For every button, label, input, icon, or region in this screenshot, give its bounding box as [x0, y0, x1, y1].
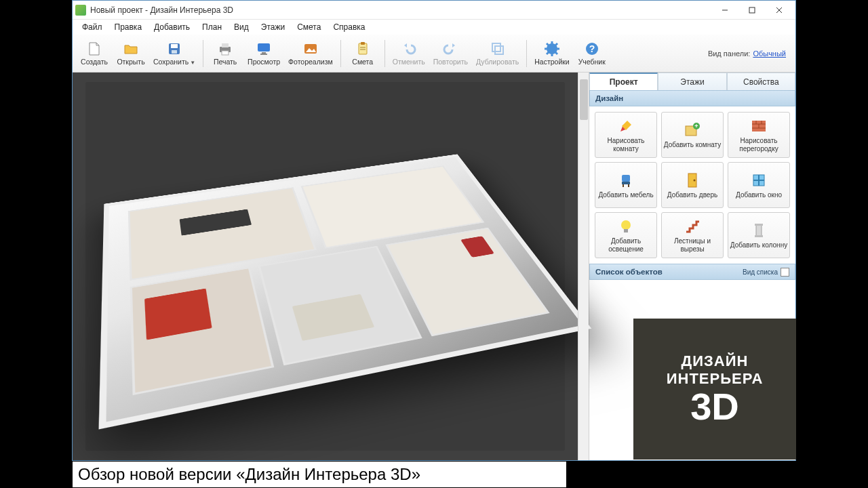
print-button[interactable]: Печать [208, 37, 243, 70]
menu-help[interactable]: Справка [328, 21, 370, 33]
svg-rect-11 [262, 52, 266, 54]
folder-icon [123, 41, 139, 57]
menu-estimate[interactable]: Смета [292, 21, 326, 33]
svg-rect-8 [222, 43, 229, 47]
card-label: Добавить дверь [667, 191, 717, 199]
card-stairs[interactable]: Лестницы и вырезы [661, 212, 724, 258]
create-button[interactable]: Создать [77, 37, 112, 70]
menu-edit[interactable]: Правка [109, 21, 148, 33]
window-controls [711, 2, 793, 18]
tab-floors[interactable]: Этажи [658, 73, 726, 90]
gear-icon [544, 41, 560, 57]
door-icon [684, 171, 701, 189]
open-label: Открыть [117, 58, 144, 66]
3d-viewport[interactable] [73, 73, 578, 460]
svg-rect-38 [622, 182, 630, 184]
svg-rect-9 [222, 51, 229, 55]
redo-button[interactable]: Повторить [430, 37, 471, 70]
minimize-icon [722, 7, 728, 14]
svg-rect-48 [756, 224, 762, 237]
card-add-door[interactable]: Добавить дверь [661, 162, 724, 208]
menu-plan[interactable]: План [197, 21, 227, 33]
card-label: Добавить освещение [597, 237, 655, 253]
help-icon: ? [584, 41, 600, 57]
svg-rect-14 [359, 43, 367, 54]
svg-rect-47 [624, 229, 628, 232]
printer-icon [217, 41, 233, 57]
toolbar-separator [384, 40, 385, 67]
preview-label: Просмотр [248, 58, 280, 66]
bulb-icon [617, 218, 635, 235]
side-tabs: Проект Этажи Свойства [589, 73, 795, 90]
menu-file[interactable]: Файл [77, 21, 108, 33]
svg-rect-15 [361, 42, 365, 45]
floorplan-render [85, 82, 566, 450]
window-title: Новый проект - Дизайн Интерьера 3D [90, 5, 711, 15]
card-label: Лестницы и вырезы [663, 237, 722, 253]
design-grid: Нарисовать комнату + Добавить комнату На… [589, 106, 795, 264]
photorealism-button[interactable]: Фотореализм [285, 37, 336, 70]
chevron-down-icon: ▼ [190, 60, 195, 66]
card-label: Добавить мебель [598, 191, 653, 199]
logo-line1: ДИЗАЙН [682, 352, 749, 370]
redo-icon [442, 41, 458, 57]
clipboard-icon [355, 41, 371, 57]
card-add-furniture[interactable]: Добавить мебель [595, 162, 657, 208]
column-icon [750, 222, 768, 239]
menu-floors[interactable]: Этажи [256, 21, 290, 33]
duplicate-button[interactable]: Дублировать [473, 37, 522, 70]
help-button[interactable]: ? Учебник [574, 37, 610, 70]
panel-mode: Вид панели: Обычный [708, 49, 791, 58]
card-add-column[interactable]: Добавить колонну [728, 212, 790, 258]
preview-button[interactable]: Просмотр [244, 37, 283, 70]
monitor-icon [256, 41, 272, 57]
save-icon [166, 41, 182, 57]
stairs-icon [684, 218, 701, 235]
card-draw-room[interactable]: Нарисовать комнату [595, 112, 657, 158]
svg-point-42 [694, 179, 696, 181]
settings-label: Настройки [534, 58, 570, 66]
undo-icon [401, 41, 417, 57]
new-file-icon [86, 41, 102, 57]
minimize-button[interactable] [711, 2, 738, 18]
object-list-header: Список объектов Вид списка [589, 264, 795, 280]
list-view-toggle[interactable] [781, 268, 789, 277]
render-icon [302, 41, 319, 57]
settings-button[interactable]: Настройки [531, 37, 573, 70]
save-button[interactable]: Сохранить▼ [150, 37, 199, 70]
svg-rect-49 [755, 224, 763, 226]
svg-text:?: ? [589, 43, 595, 54]
redo-label: Повторить [433, 58, 468, 66]
open-button[interactable]: Открыть [113, 37, 149, 70]
card-add-lighting[interactable]: Добавить освещение [595, 212, 657, 258]
vertical-scrollbar[interactable] [578, 73, 589, 460]
logo-line3: 3D [690, 388, 739, 426]
maximize-icon [749, 7, 755, 14]
close-button[interactable] [766, 2, 793, 18]
close-icon [776, 7, 783, 14]
panel-mode-link[interactable]: Обычный [753, 49, 786, 58]
toolbar-separator [340, 40, 341, 67]
card-add-window[interactable]: Добавить окно [728, 162, 790, 208]
card-draw-wall[interactable]: Нарисовать перегородку [728, 112, 790, 158]
svg-rect-5 [171, 44, 178, 48]
tab-properties[interactable]: Свойства [727, 73, 795, 90]
scroll-thumb[interactable] [580, 79, 588, 120]
menu-add[interactable]: Добавить [149, 21, 195, 33]
product-logo: ДИЗАЙН ИНТЕРЬЕРА 3D [633, 319, 796, 460]
video-caption: Обзор новой версии «Дизайн Интерьера 3D» [72, 461, 567, 488]
estimate-button[interactable]: Смета [345, 37, 380, 70]
svg-rect-18 [492, 43, 500, 52]
menu-view[interactable]: Вид [229, 21, 254, 33]
undo-button[interactable]: Отменить [389, 37, 429, 70]
duplicate-icon [490, 41, 506, 57]
tab-project[interactable]: Проект [589, 73, 658, 90]
card-add-room[interactable]: + Добавить комнату [661, 112, 724, 158]
card-label: Добавить комнату [664, 141, 721, 149]
design-section-header: Дизайн [589, 90, 795, 106]
svg-rect-6 [172, 50, 177, 54]
undo-label: Отменить [393, 58, 425, 66]
maximize-button[interactable] [738, 2, 766, 18]
svg-point-46 [621, 220, 631, 230]
save-label: Сохранить▼ [153, 58, 195, 66]
